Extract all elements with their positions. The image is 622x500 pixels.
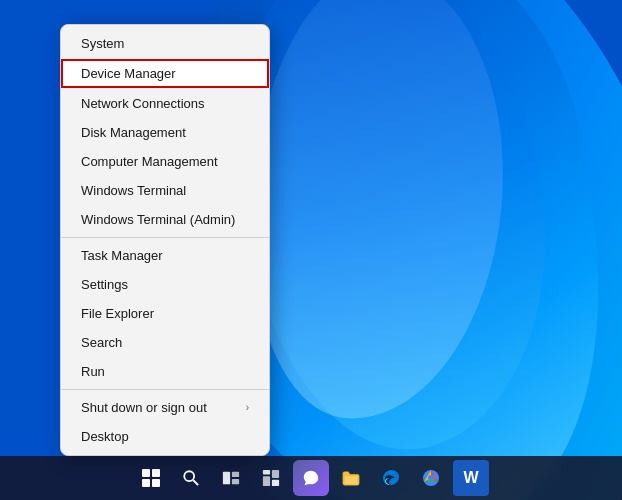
menu-item-disk-management[interactable]: Disk Management — [61, 118, 269, 147]
menu-item-settings[interactable]: Settings — [61, 270, 269, 299]
taskbar-icon-search[interactable] — [173, 460, 209, 496]
svg-point-4 — [184, 471, 194, 481]
taskbar-icon-chrome[interactable] — [413, 460, 449, 496]
svg-rect-13 — [345, 476, 358, 484]
menu-separator — [61, 389, 269, 390]
svg-rect-11 — [263, 476, 270, 486]
menu-item-windows-terminal-admin[interactable]: Windows Terminal (Admin) — [61, 205, 269, 234]
menu-item-label-network-connections: Network Connections — [81, 96, 205, 111]
taskbar-icon-edge[interactable] — [373, 460, 409, 496]
menu-item-system[interactable]: System — [61, 29, 269, 58]
desktop: SystemDevice ManagerNetwork ConnectionsD… — [0, 0, 622, 500]
svg-point-16 — [428, 475, 434, 481]
taskbar-icon-task-view[interactable] — [213, 460, 249, 496]
svg-rect-1 — [152, 469, 160, 477]
menu-item-computer-management[interactable]: Computer Management — [61, 147, 269, 176]
menu-item-device-manager[interactable]: Device Manager — [61, 59, 269, 88]
svg-rect-3 — [152, 479, 160, 487]
menu-item-shut-down[interactable]: Shut down or sign out› — [61, 393, 269, 422]
menu-item-label-windows-terminal: Windows Terminal — [81, 183, 186, 198]
svg-rect-9 — [263, 470, 270, 475]
menu-item-label-disk-management: Disk Management — [81, 125, 186, 140]
menu-item-label-desktop: Desktop — [81, 429, 129, 444]
taskbar-icon-widgets[interactable] — [253, 460, 289, 496]
menu-item-file-explorer[interactable]: File Explorer — [61, 299, 269, 328]
svg-rect-10 — [272, 470, 279, 478]
menu-item-label-file-explorer: File Explorer — [81, 306, 154, 321]
menu-item-run[interactable]: Run — [61, 357, 269, 386]
menu-item-windows-terminal[interactable]: Windows Terminal — [61, 176, 269, 205]
menu-item-network-connections[interactable]: Network Connections — [61, 89, 269, 118]
menu-item-label-settings: Settings — [81, 277, 128, 292]
svg-rect-0 — [142, 469, 150, 477]
svg-rect-7 — [232, 472, 239, 477]
taskbar-icon-start[interactable] — [133, 460, 169, 496]
context-menu: SystemDevice ManagerNetwork ConnectionsD… — [60, 24, 270, 456]
menu-item-label-windows-terminal-admin: Windows Terminal (Admin) — [81, 212, 235, 227]
svg-rect-6 — [223, 472, 230, 485]
taskbar-icon-chat[interactable] — [293, 460, 329, 496]
taskbar-icon-word[interactable]: W — [453, 460, 489, 496]
svg-rect-8 — [232, 479, 239, 484]
menu-item-label-computer-management: Computer Management — [81, 154, 218, 169]
menu-item-desktop[interactable]: Desktop — [61, 422, 269, 451]
menu-item-label-shut-down: Shut down or sign out — [81, 400, 207, 415]
menu-separator — [61, 237, 269, 238]
svg-rect-2 — [142, 479, 150, 487]
chevron-icon: › — [246, 402, 249, 413]
taskbar: W — [0, 456, 622, 500]
svg-line-5 — [193, 480, 198, 485]
taskbar-icon-file-explorer[interactable] — [333, 460, 369, 496]
menu-item-task-manager[interactable]: Task Manager — [61, 241, 269, 270]
menu-item-label-system: System — [81, 36, 124, 51]
menu-item-label-run: Run — [81, 364, 105, 379]
svg-rect-12 — [272, 480, 279, 486]
menu-item-label-search: Search — [81, 335, 122, 350]
menu-item-label-task-manager: Task Manager — [81, 248, 163, 263]
menu-item-search[interactable]: Search — [61, 328, 269, 357]
menu-item-label-device-manager: Device Manager — [81, 66, 176, 81]
